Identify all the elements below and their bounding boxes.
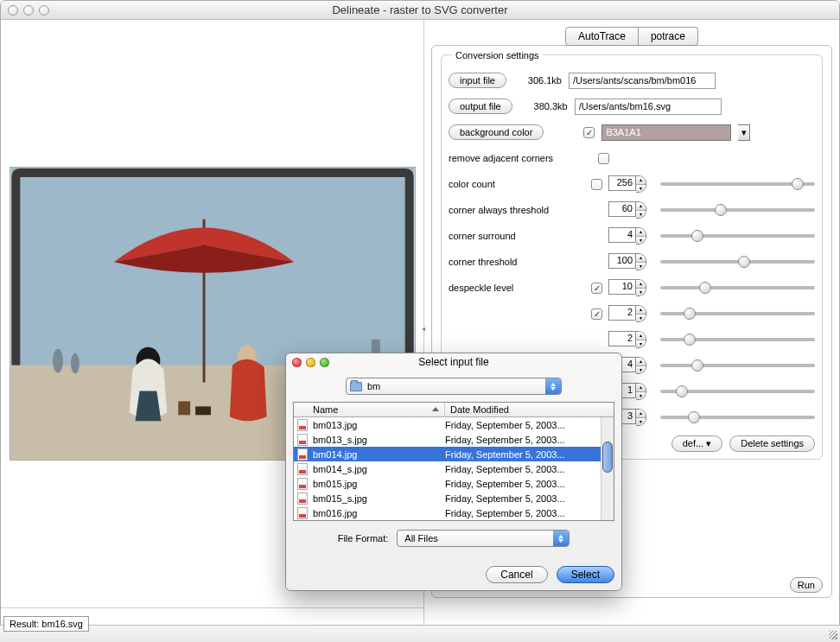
spin-down-icon[interactable]: ▾ [636,365,646,373]
slider-thumb[interactable] [699,282,711,294]
slider-thumb[interactable] [691,359,703,372]
setting-checkbox[interactable]: ✓ [591,308,602,320]
remove-adj-label: remove adjacent corners [449,153,591,163]
tab-autotrace[interactable]: AutoTrace [565,27,639,46]
file-scrollbar[interactable] [601,417,614,520]
spin-up-icon[interactable]: ▴ [636,280,646,288]
slider-thumb[interactable] [684,308,696,320]
setting-slider[interactable] [660,286,815,289]
file-name: bm013.jpg [311,420,445,430]
spin-up-icon[interactable]: ▴ [636,410,646,417]
slider-thumb[interactable] [792,178,804,190]
updown-icon [553,531,569,546]
setting-slider[interactable] [660,338,815,341]
spin-down-icon[interactable]: ▾ [636,236,646,244]
setting-spinner[interactable]: 60 ▴▾ [608,201,646,219]
output-file-path[interactable] [575,99,722,115]
bgcolor-button[interactable]: background color [449,124,544,140]
spinner-value[interactable]: 100 [608,253,636,269]
resize-handle-icon[interactable] [826,628,838,640]
bgcolor-checkbox[interactable]: ✓ [583,127,595,138]
setting-slider[interactable] [660,182,815,186]
slider-thumb[interactable] [691,230,703,242]
setting-spinner[interactable]: 256 ▴▾ [608,175,646,193]
updown-icon [545,378,561,394]
spin-up-icon[interactable]: ▴ [636,228,646,236]
file-row[interactable]: bm015.jpg Friday, September 5, 2003... [294,476,614,491]
setting-slider[interactable] [660,416,815,419]
spinner-value[interactable]: 60 [608,201,636,217]
bgcolor-dropdown[interactable]: ▾ [738,124,750,141]
titlebar: Delineate - raster to SVG converter [1,1,839,20]
defaults-button[interactable]: def... ▾ [671,435,723,452]
spin-up-icon[interactable]: ▴ [636,176,646,184]
tab-potrace[interactable]: potrace [639,27,698,46]
setting-spinner[interactable]: 2 ▴▾ [608,331,646,348]
slider-thumb[interactable] [688,411,700,423]
column-name[interactable]: Name [294,403,445,416]
spin-down-icon[interactable]: ▾ [636,340,646,347]
spin-down-icon[interactable]: ▾ [636,314,646,321]
setting-slider[interactable] [660,208,815,212]
setting-slider[interactable] [660,312,815,315]
bgcolor-value[interactable]: B3A1A1 [601,124,731,141]
file-row[interactable]: bm016.jpg Friday, September 5, 2003... [294,505,614,520]
run-button[interactable]: Run [790,577,823,593]
spin-down-icon[interactable]: ▾ [636,210,646,218]
spin-up-icon[interactable]: ▴ [636,332,646,340]
spinner-value[interactable]: 2 [608,331,636,346]
split-handle[interactable]: ◂ [419,320,428,337]
setting-checkbox[interactable] [591,179,602,190]
setting-slider[interactable] [660,364,815,367]
spin-up-icon[interactable]: ▴ [636,384,646,391]
scroll-thumb[interactable] [602,442,613,473]
file-row[interactable]: bm013_s.jpg Friday, September 5, 2003... [294,432,614,447]
setting-row: ✓ 2 ▴▾ [449,301,815,327]
select-button[interactable]: Select [557,566,614,583]
spin-up-icon[interactable]: ▴ [636,254,646,262]
input-file-path[interactable] [569,73,716,89]
output-file-size: 380.3kb [519,101,568,111]
slider-thumb[interactable] [738,256,750,268]
delete-settings-button[interactable]: Delete settings [729,435,815,452]
setting-spinner[interactable]: 100 ▴▾ [608,253,646,270]
setting-spinner[interactable]: 10 ▴▾ [608,279,646,296]
format-label: File Format: [338,533,389,543]
spinner-value[interactable]: 2 [608,305,636,321]
column-date[interactable]: Date Modified [445,403,614,416]
output-file-button[interactable]: output file [449,99,512,114]
file-row[interactable]: bm013.jpg Friday, September 5, 2003... [294,417,614,432]
file-row[interactable]: bm015_s.jpg Friday, September 5, 2003... [294,491,614,505]
setting-checkbox[interactable]: ✓ [591,283,602,294]
setting-label: corner surround [449,231,591,241]
file-row[interactable]: bm014_s.jpg Friday, September 5, 2003... [294,461,614,476]
setting-slider[interactable] [660,260,815,264]
remove-adj-checkbox[interactable] [598,153,609,164]
spin-down-icon[interactable]: ▾ [636,288,646,296]
setting-spinner[interactable]: 2 ▴▾ [608,305,646,322]
setting-slider[interactable] [660,234,815,238]
slider-thumb[interactable] [684,334,696,346]
setting-label: corner threshold [449,257,591,267]
spin-up-icon[interactable]: ▴ [636,202,646,210]
spin-down-icon[interactable]: ▾ [636,391,646,399]
spin-up-icon[interactable]: ▴ [636,358,646,365]
spinner-value[interactable]: 10 [608,279,636,295]
setting-row: corner surround 4 ▴▾ [449,223,815,249]
file-row[interactable]: bm014.jpg Friday, September 5, 2003... [294,447,614,461]
cancel-button[interactable]: Cancel [486,566,547,583]
spin-down-icon[interactable]: ▾ [636,417,646,425]
result-label: Result: bm16.svg [3,616,89,632]
setting-slider[interactable] [660,390,815,393]
slider-thumb[interactable] [715,204,727,216]
spin-up-icon[interactable]: ▴ [636,306,646,314]
spin-down-icon[interactable]: ▾ [636,262,646,270]
spin-down-icon[interactable]: ▾ [636,184,646,192]
spinner-value[interactable]: 4 [608,227,636,243]
folder-select[interactable]: bm [346,378,562,395]
setting-spinner[interactable]: 4 ▴▾ [608,227,646,245]
input-file-button[interactable]: input file [449,73,506,88]
format-select[interactable]: All Files [397,530,570,547]
slider-thumb[interactable] [676,385,688,397]
spinner-value[interactable]: 256 [608,175,636,191]
